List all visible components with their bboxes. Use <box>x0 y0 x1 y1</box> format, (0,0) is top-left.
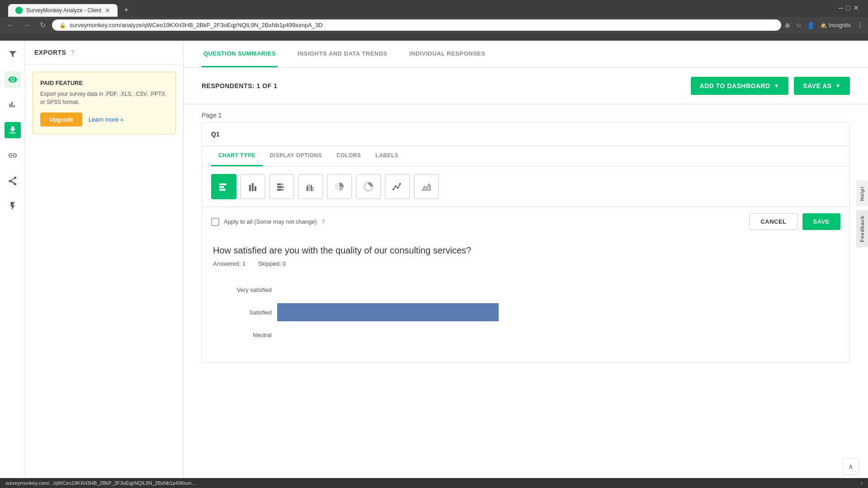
tab-question-summaries[interactable]: QUESTION SUMMARIES <box>202 41 278 67</box>
bar-row-satisfied: Satisfied <box>213 303 839 321</box>
refresh-button[interactable]: ↻ <box>37 20 48 30</box>
svg-rect-5 <box>255 186 256 191</box>
apply-all-checkbox[interactable] <box>211 218 219 226</box>
maximize-btn[interactable]: □ <box>846 4 850 12</box>
save-as-button[interactable]: SAVE AS ▼ <box>794 77 850 95</box>
save-as-caret-icon: ▼ <box>835 83 841 89</box>
sidebar-icon-download[interactable] <box>5 122 21 138</box>
svg-rect-8 <box>277 186 283 188</box>
profile-icon[interactable]: 👤 <box>807 22 815 29</box>
horizontal-bar-chart-button[interactable] <box>211 174 236 199</box>
apply-all-row: Apply to all (Some may not change) ? CAN… <box>202 206 849 236</box>
svg-rect-11 <box>282 189 284 191</box>
respondents-text: RESPONDENTS: 1 of 1 <box>202 82 277 89</box>
area-chart-button[interactable] <box>414 174 439 199</box>
svg-rect-3 <box>249 185 251 191</box>
chart-icons-row <box>202 167 849 206</box>
sidebar-icon-filter[interactable] <box>5 46 21 62</box>
question-stats: Answered: 1 Skipped: 0 <box>213 260 839 267</box>
tab-individual-responses[interactable]: INDIVIDUAL RESPONSES <box>407 41 487 67</box>
grouped-bar-chart-button[interactable] <box>298 174 323 199</box>
save-button[interactable]: SAVE <box>802 213 840 230</box>
donut-chart-button[interactable] <box>356 174 381 199</box>
apply-all-text: Apply to all (Some may not change) <box>224 218 317 225</box>
learn-more-link[interactable]: Learn more » <box>89 116 123 123</box>
colors-tab[interactable]: COLORS <box>329 146 368 166</box>
forward-button[interactable]: → <box>21 20 33 30</box>
back-button[interactable]: ← <box>5 20 17 30</box>
respondents-actions: ADD TO DASHBOARD ▼ SAVE AS ▼ <box>691 77 850 95</box>
stacked-bar-chart-button[interactable] <box>269 174 294 199</box>
add-to-dashboard-button[interactable]: ADD TO DASHBOARD ▼ <box>691 77 789 95</box>
left-panel: EXPORTS ? PAID FEATURE Export your surve… <box>25 41 184 488</box>
sidebar <box>0 41 25 488</box>
side-tabs: Help! Feedback <box>856 181 868 247</box>
svg-rect-0 <box>219 183 226 185</box>
status-left: surveymonkey.com/.../qWCeo19KXH3HB_2BkP_… <box>5 480 195 486</box>
question-content: How satisfied are you with the quality o… <box>202 236 849 362</box>
status-right-text: › <box>861 480 863 486</box>
main-content: QUESTION SUMMARIES INSIGHTS AND DATA TRE… <box>184 41 868 488</box>
question-block: Q1 CHART TYPE DISPLAY OPTIONS COLORS LAB… <box>202 122 850 362</box>
exports-title: EXPORTS <box>34 49 66 56</box>
bar-chart: Very satisfied Satisfied <box>213 276 839 353</box>
sidebar-icon-chart[interactable] <box>5 97 21 113</box>
cancel-button[interactable]: CANCEL <box>749 213 797 230</box>
status-url: surveymonkey.com/.../qWCeo19KXH3HB_2BkP_… <box>5 480 195 486</box>
new-tab-button[interactable]: + <box>120 4 132 17</box>
svg-rect-4 <box>252 183 254 191</box>
line-chart-button[interactable] <box>385 174 410 199</box>
status-bar: surveymonkey.com/.../qWCeo19KXH3HB_2BkP_… <box>0 478 868 488</box>
address-bar[interactable]: 🔒 surveymonkey.com/analyze/qWCeo19KXH3HB… <box>52 19 781 31</box>
svg-rect-14 <box>311 185 312 191</box>
bar-track-neutral <box>277 326 839 344</box>
vertical-bar-chart-button[interactable] <box>240 174 265 199</box>
app-layout: EXPORTS ? PAID FEATURE Export your surve… <box>0 41 868 488</box>
browser-right-icons: ⊕ ☆ 👤 🕵 Incognito ⋮ <box>785 21 863 29</box>
svg-point-20 <box>397 187 399 189</box>
browser-chrome: ─ □ ✕ SurveyMonkey Analyze - Client ✕ + … <box>0 0 868 41</box>
extensions-icon[interactable]: ⊕ <box>785 22 790 29</box>
close-btn[interactable]: ✕ <box>853 4 859 12</box>
tab-close-icon[interactable]: ✕ <box>105 7 110 14</box>
star-icon[interactable]: ☆ <box>796 22 802 29</box>
question-number: Q1 <box>211 131 220 138</box>
bar-row-neutral: Neutral <box>213 326 839 344</box>
bar-label-neutral: Neutral <box>213 332 272 338</box>
minimize-btn[interactable]: ─ <box>838 4 843 12</box>
pie-chart-button[interactable] <box>327 174 352 199</box>
display-options-tab[interactable]: DISPLAY OPTIONS <box>263 146 330 166</box>
incognito-icon: 🕵 <box>820 22 827 28</box>
sidebar-icon-bolt[interactable] <box>5 198 21 214</box>
sidebar-icon-eye[interactable] <box>5 71 21 88</box>
sidebar-icon-link[interactable] <box>5 147 21 164</box>
apply-all-actions: CANCEL SAVE <box>749 213 840 230</box>
sidebar-icon-share[interactable] <box>5 173 21 189</box>
apply-help-icon[interactable]: ? <box>321 218 325 225</box>
bar-track-very-satisfied <box>277 281 839 299</box>
paid-feature-label: PAID FEATURE <box>40 80 168 86</box>
upgrade-button[interactable]: Upgrade <box>40 113 82 127</box>
feedback-tab[interactable]: Feedback <box>856 210 868 248</box>
bar-fill-satisfied <box>277 303 499 321</box>
tab-title: SurveyMonkey Analyze - Client <box>26 7 101 14</box>
svg-rect-9 <box>283 186 284 188</box>
content-area: RESPONDENTS: 1 of 1 ADD TO DASHBOARD ▼ S… <box>184 68 868 488</box>
address-url: surveymonkey.com/analyze/qWCeo19KXH3HB_2… <box>70 22 323 28</box>
svg-rect-10 <box>277 189 282 191</box>
menu-icon[interactable]: ⋮ <box>856 21 863 29</box>
svg-marker-22 <box>422 184 430 190</box>
chart-type-tab[interactable]: CHART TYPE <box>211 146 263 166</box>
exports-info-icon[interactable]: ? <box>71 49 74 56</box>
labels-tab[interactable]: LABELS <box>368 146 406 166</box>
paid-feature-actions: Upgrade Learn more » <box>40 113 168 127</box>
svg-point-18 <box>392 188 394 190</box>
browser-tab-active[interactable]: SurveyMonkey Analyze - Client ✕ <box>8 4 118 17</box>
browser-tabs: ─ □ ✕ SurveyMonkey Analyze - Client ✕ + <box>0 0 868 17</box>
tab-insights-data-trends[interactable]: INSIGHTS AND DATA TRENDS <box>296 41 389 67</box>
svg-rect-7 <box>281 183 283 185</box>
bar-label-very-satisfied: Very satisfied <box>213 286 272 293</box>
scroll-up-button[interactable]: ∧ <box>843 458 859 474</box>
help-tab[interactable]: Help! <box>856 181 868 206</box>
page-label: Page 1 <box>184 104 868 122</box>
